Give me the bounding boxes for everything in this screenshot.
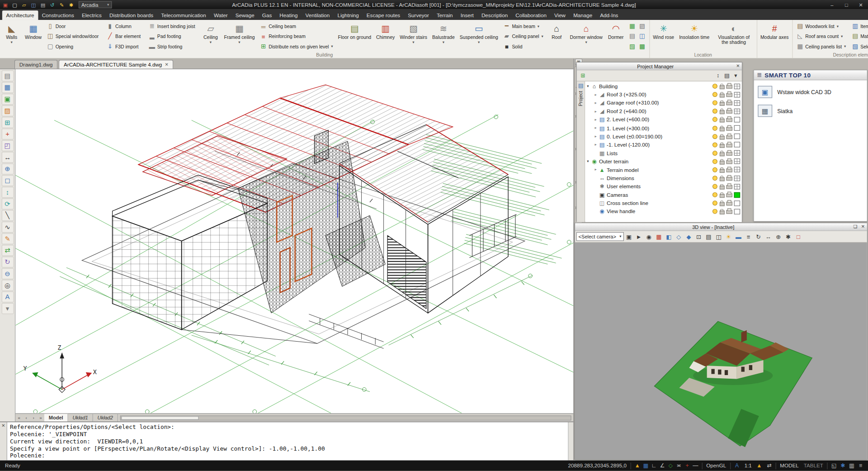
zoom-out-icon[interactable]: ⊖ bbox=[1, 268, 14, 279]
layer-swatch[interactable] bbox=[734, 159, 740, 164]
ortho-toggle-icon[interactable]: ∟ bbox=[651, 462, 658, 468]
layer-swatch[interactable] bbox=[734, 100, 740, 105]
tree-row[interactable]: ✱ User elements bbox=[585, 182, 742, 190]
visibility-bulb-icon[interactable] bbox=[711, 83, 718, 89]
lock-icon[interactable] bbox=[718, 100, 725, 106]
polyline-icon[interactable]: ∿ bbox=[1, 222, 14, 233]
lock-icon[interactable] bbox=[718, 125, 725, 131]
save-icon[interactable]: ◫ bbox=[29, 1, 38, 8]
close-icon[interactable]: ✕ bbox=[734, 63, 742, 70]
layer-swatch[interactable] bbox=[734, 125, 740, 131]
ribbon-button[interactable]: ◣ Walls bbox=[1, 20, 22, 52]
expander-icon[interactable] bbox=[593, 126, 598, 130]
ribbon-tab[interactable]: Surveyor bbox=[404, 10, 433, 20]
text-icon[interactable]: A bbox=[1, 291, 14, 302]
printer-icon[interactable] bbox=[726, 108, 732, 114]
tree-row[interactable]: ▤ 2. Level (+600.00) bbox=[585, 115, 742, 124]
visibility-bulb-icon[interactable] bbox=[711, 125, 718, 131]
layer-swatch[interactable] bbox=[734, 200, 740, 206]
lock-icon[interactable] bbox=[718, 142, 725, 147]
ribbon-button[interactable]: ⌂ Dormer window bbox=[568, 20, 605, 52]
pan-icon[interactable]: ⇄ bbox=[765, 462, 773, 468]
options-icon[interactable]: ✱ bbox=[67, 1, 75, 8]
ribbon-tab[interactable]: Telecommunication bbox=[157, 10, 210, 20]
ribbon-tab[interactable]: Heating bbox=[276, 10, 302, 20]
undo-icon[interactable]: ↺ bbox=[48, 1, 57, 8]
lock-icon[interactable] bbox=[718, 108, 725, 114]
ribbon-tab[interactable]: Electrics bbox=[78, 10, 105, 20]
ribbon-button[interactable]: ━ Main beam bbox=[501, 22, 545, 31]
wireframe-drawing[interactable] bbox=[15, 69, 573, 413]
tree-row[interactable]: ▲ Terrain model bbox=[585, 166, 742, 174]
tree-row[interactable]: ▤ 0. Level (±0.00=190.00) bbox=[585, 132, 742, 140]
expander-icon[interactable] bbox=[585, 159, 590, 164]
viewport-3d-titlebar[interactable]: 3D view - [Inactive] ❏✕ bbox=[575, 223, 867, 231]
properties-panel-icon[interactable]: ▤ bbox=[1, 71, 14, 81]
ribbon-button[interactable]: ▧ Winder stairs bbox=[397, 20, 429, 52]
ribbon-button[interactable]: ╱ Bar element bbox=[105, 32, 145, 41]
annotation-scale[interactable]: 1:1 bbox=[743, 462, 753, 468]
ribbon-button[interactable]: ≣ Insert binding joist bbox=[147, 22, 199, 31]
visibility-bulb-icon[interactable] bbox=[711, 117, 718, 123]
ribbon-tab[interactable]: Ventilation bbox=[302, 10, 334, 20]
tree-row[interactable]: ◢ Roof 3 (+325.00) bbox=[585, 90, 742, 99]
ribbon-button[interactable]: ▯ Door bbox=[45, 22, 102, 31]
more-tools-icon[interactable]: ▾ bbox=[1, 303, 14, 314]
polar-toggle-icon[interactable]: ∠ bbox=[659, 462, 666, 468]
ribbon-button[interactable]: ▤ Woodwork list bbox=[795, 22, 848, 31]
tree-row[interactable]: ↔ Dimensions bbox=[585, 174, 742, 182]
ribbon-tab[interactable]: Lightning bbox=[334, 10, 363, 20]
printer-icon[interactable] bbox=[726, 125, 732, 131]
drawing-canvas[interactable]: X Y Z bbox=[15, 69, 573, 413]
ribbon-button[interactable]: ✳ Wind rose bbox=[651, 20, 676, 52]
lineweight-toggle-icon[interactable]: — bbox=[692, 462, 699, 468]
grid-icon[interactable]: ⊞ bbox=[1, 117, 14, 128]
expander-icon[interactable] bbox=[593, 167, 598, 172]
ribbon-button[interactable]: ▰ Ceiling panel bbox=[501, 32, 545, 41]
tree-row[interactable]: ▤ -1. Level (-120.00) bbox=[585, 141, 742, 149]
ribbon-button[interactable]: ▤ bbox=[627, 32, 637, 41]
ribbon-button[interactable]: ▦ Window bbox=[23, 20, 44, 52]
visibility-bulb-icon[interactable] bbox=[711, 184, 718, 190]
tree-row[interactable]: ▦ Lists bbox=[585, 149, 742, 157]
tree-row[interactable]: ◢ Roof 2 (+640.00) bbox=[585, 107, 742, 115]
printer-icon[interactable] bbox=[726, 142, 732, 147]
view-list-icon[interactable]: ▤ bbox=[722, 71, 731, 80]
layer-swatch[interactable] bbox=[734, 209, 740, 214]
ribbon-tab[interactable]: Description bbox=[477, 10, 511, 20]
printer-icon[interactable] bbox=[726, 192, 732, 198]
ribbon-button[interactable]: ▩ bbox=[637, 42, 647, 51]
ribbon-tab[interactable]: Architecture bbox=[2, 10, 38, 20]
dyn-input-toggle-icon[interactable]: + bbox=[684, 462, 691, 468]
measure-icon[interactable]: ⇄ bbox=[1, 245, 14, 256]
minimize-button[interactable]: – bbox=[825, 0, 839, 10]
ribbon-button[interactable]: ⊞ Distribute nets on given level bbox=[258, 42, 335, 51]
visibility-bulb-icon[interactable] bbox=[711, 175, 718, 181]
visibility-bulb-icon[interactable] bbox=[711, 167, 718, 173]
ribbon-tab[interactable]: Escape routes bbox=[363, 10, 404, 20]
expander-icon[interactable] bbox=[593, 134, 598, 138]
grid-toggle-icon[interactable]: ▦ bbox=[642, 462, 649, 468]
visibility-bulb-icon[interactable] bbox=[711, 150, 718, 156]
layout-nav-icon[interactable]: » bbox=[37, 415, 44, 420]
gear-icon[interactable]: ✱ bbox=[839, 462, 846, 468]
visibility-bulb-icon[interactable] bbox=[711, 200, 718, 206]
printer-icon[interactable] bbox=[726, 117, 732, 123]
expander-icon[interactable] bbox=[593, 92, 598, 97]
lock-icon[interactable] bbox=[718, 209, 725, 214]
visibility-bulb-icon[interactable] bbox=[711, 108, 718, 114]
camera-go-icon[interactable]: ► bbox=[634, 232, 644, 241]
expander-icon[interactable] bbox=[593, 109, 598, 114]
move-icon[interactable]: ↔ bbox=[1, 152, 14, 163]
ribbon-button[interactable]: ▂ Pad footing bbox=[147, 32, 199, 41]
opengl-mode[interactable]: OpenGL bbox=[705, 462, 727, 468]
document-tab[interactable]: Drawing1.dwg bbox=[14, 60, 58, 69]
ribbon-tab[interactable]: Distribution boards bbox=[105, 10, 157, 20]
layer-swatch[interactable] bbox=[734, 92, 740, 97]
close-icon[interactable]: ✕ bbox=[0, 422, 7, 460]
expander-icon[interactable] bbox=[593, 143, 598, 147]
ribbon-button[interactable]: ◫ Special window/door bbox=[45, 32, 102, 41]
ribbon-tab[interactable]: Terrain bbox=[433, 10, 457, 20]
smart-panel-header[interactable]: ≣ SMART TOP 10 bbox=[754, 71, 867, 81]
document-tab[interactable]: ArCADia-ARCHITECTURE Sample 4.dwg ✕ bbox=[59, 60, 174, 69]
